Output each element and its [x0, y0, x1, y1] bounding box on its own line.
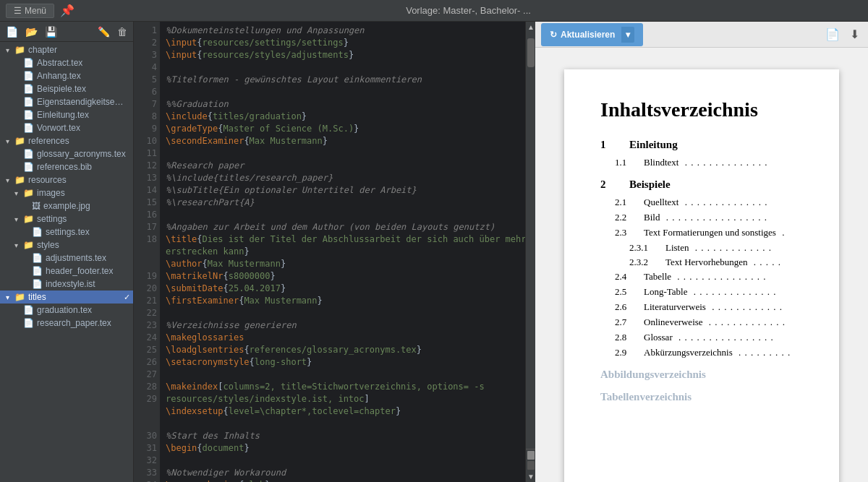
- sidebar-item-styles[interactable]: ▾ 📁 styles: [0, 238, 133, 251]
- sidebar-item-glossary-acronyms[interactable]: 📄 glossary_acronyms.tex: [0, 147, 133, 160]
- refresh-button[interactable]: ↻ Aktualisieren ▾: [541, 23, 643, 46]
- sidebar-item-adjustments-tex[interactable]: 📄 adjustments.tex: [0, 251, 133, 264]
- sidebar-item-beispiele[interactable]: 📄 Beispiele.tex: [0, 82, 133, 95]
- refresh-icon: ↻: [550, 30, 557, 40]
- open-folder-button[interactable]: 📂: [24, 25, 39, 39]
- pdf-toolbar: ↻ Aktualisieren ▾ 📄 ⬇: [535, 22, 868, 48]
- save-button[interactable]: 💾: [43, 25, 59, 39]
- menu-button[interactable]: ☰ Menü: [6, 4, 54, 18]
- sidebar-item-indexstyle-ist[interactable]: 📄 indexstyle.ist: [0, 277, 133, 291]
- toc-entry-2-3: 2.3 Text Formatierungen und sonstiges .: [600, 227, 803, 238]
- pdf-page: Inhaltsverzeichnis 1 Einleitung 1.1 Blin…: [564, 69, 839, 482]
- main-layout: 📄 📂 💾 ✏️ 🗑 ▾ 📁 chapter 📄 Abstract.tex: [0, 22, 868, 482]
- pdf-download-button[interactable]: ⬇: [847, 26, 862, 43]
- toc-entry-2-9: 2.9 Abkürzungsverzeichnis . . . . . . . …: [600, 347, 803, 358]
- toc-entry-2-8: 2.8 Glossar . . . . . . . . . . . . . . …: [600, 332, 803, 343]
- toc-entry-2-4: 2.4 Tabelle . . . . . . . . . . . . . . …: [600, 271, 803, 283]
- sidebar-item-abstract[interactable]: 📄 Abstract.tex: [0, 56, 133, 69]
- toc-entry-2-6: 2.6 Literaturverweis . . . . . . . . . .…: [600, 301, 803, 313]
- window-title: Vorlage: Master-, Bachelor- ...: [75, 5, 862, 16]
- sidebar-tree: ▾ 📁 chapter 📄 Abstract.tex 📄 Anhang.tex …: [0, 42, 133, 482]
- sidebar-item-graduation-tex[interactable]: 📄 graduation.tex: [0, 304, 133, 317]
- sidebar-item-references[interactable]: ▾ 📁 references: [0, 134, 133, 147]
- editor-area: 12345 678910 1112131415 161718 192021222…: [134, 22, 535, 482]
- sidebar-item-vorwort[interactable]: 📄 Vorwort.tex: [0, 121, 133, 134]
- new-file-button[interactable]: 📄: [4, 25, 20, 39]
- delete-button[interactable]: 🗑: [116, 25, 129, 39]
- sidebar: 📄 📂 💾 ✏️ 🗑 ▾ 📁 chapter 📄 Abstract.tex: [0, 22, 134, 482]
- toc-entry-2-3-2: 2.3.2 Text Hervorhebungen . . . . .: [600, 257, 803, 268]
- sidebar-item-example-jpg[interactable]: 🖼 example.jpg: [0, 199, 133, 212]
- code-editor[interactable]: %Dokumenteinstellungen und Anpassungen \…: [160, 22, 525, 482]
- toc-entry-2-3-1: 2.3.1 Listen . . . . . . . . . . . . .: [600, 242, 803, 254]
- scroll-thumb[interactable]: [527, 38, 535, 67]
- toc-entry-2-5: 2.5 Long-Table . . . . . . . . . . . . .…: [600, 286, 803, 298]
- edit-button[interactable]: ✏️: [96, 25, 111, 39]
- toc-title: Inhaltsverzeichnis: [600, 98, 803, 121]
- sidebar-item-research-paper-tex[interactable]: 📄 research_paper.tex: [0, 317, 133, 330]
- sidebar-item-eigenstaendigkeitserklarung[interactable]: 📄 Eigenstaendigkeitserк...: [0, 95, 133, 108]
- sidebar-item-chapter[interactable]: ▾ 📁 chapter: [0, 43, 133, 56]
- toc-entry-2-7: 2.7 Onlineverweise . . . . . . . . . . .…: [600, 317, 803, 328]
- toc-entry-2-2: 2.2 Bild . . . . . . . . . . . . . . . .…: [600, 212, 803, 223]
- toc-entry-2: 2 Beispiele: [600, 178, 803, 191]
- sidebar-item-resources[interactable]: ▾ 📁 resources: [0, 173, 133, 186]
- sidebar-item-titles[interactable]: ▾ 📁 titles ✓: [0, 291, 133, 304]
- editor-scrollbar[interactable]: ▲ ▼: [525, 22, 535, 482]
- pdf-panel: ↻ Aktualisieren ▾ 📄 ⬇ Inhaltsverzeichnis…: [535, 22, 868, 482]
- refresh-label: Aktualisieren: [561, 30, 615, 40]
- toc-entry-2-1: 2.1 Quelltext . . . . . . . . . . . . . …: [600, 197, 803, 208]
- sidebar-item-settings-tex[interactable]: 📄 settings.tex: [0, 225, 133, 238]
- line-numbers: 12345 678910 1112131415 161718 192021222…: [134, 22, 160, 482]
- editor-container: 12345 678910 1112131415 161718 192021222…: [134, 22, 535, 482]
- sidebar-toolbar: 📄 📂 💾 ✏️ 🗑: [0, 22, 133, 42]
- sidebar-item-settings[interactable]: ▾ 📁 settings: [0, 212, 133, 225]
- sidebar-item-einleitung[interactable]: 📄 Einleitung.tex: [0, 108, 133, 121]
- toc-entry-1-1: 1.1 Blindtext . . . . . . . . . . . . . …: [600, 157, 803, 168]
- pdf-file-button[interactable]: 📄: [822, 26, 843, 43]
- scroll-down-arrow[interactable]: ▼: [526, 471, 535, 482]
- toc-tabellenverzeichnis: Tabellenverzeichnis: [600, 391, 803, 403]
- menu-icon: ☰: [14, 6, 22, 16]
- sidebar-item-anhang[interactable]: 📄 Anhang.tex: [0, 69, 133, 82]
- pdf-content[interactable]: Inhaltsverzeichnis 1 Einleitung 1.1 Blin…: [535, 48, 868, 482]
- toc-abbildungsverzeichnis: Abbildungsverzeichnis: [600, 369, 803, 381]
- scroll-indicator-down: [527, 461, 535, 470]
- topbar: ☰ Menü 📌 Vorlage: Master-, Bachelor- ...: [0, 0, 868, 22]
- toc-entry-1: 1 Einleitung: [600, 139, 803, 151]
- pin-button[interactable]: 📌: [60, 4, 75, 17]
- menu-label: Menü: [25, 6, 46, 16]
- refresh-dropdown-arrow[interactable]: ▾: [621, 27, 634, 43]
- scroll-up-arrow[interactable]: ▲: [526, 22, 535, 33]
- sidebar-item-references-bib[interactable]: 📄 references.bib: [0, 160, 133, 173]
- scroll-indicator-up: [527, 451, 535, 460]
- sidebar-item-header-footer-tex[interactable]: 📄 header_footer.tex: [0, 264, 133, 277]
- sidebar-item-images[interactable]: ▾ 📁 images: [0, 186, 133, 199]
